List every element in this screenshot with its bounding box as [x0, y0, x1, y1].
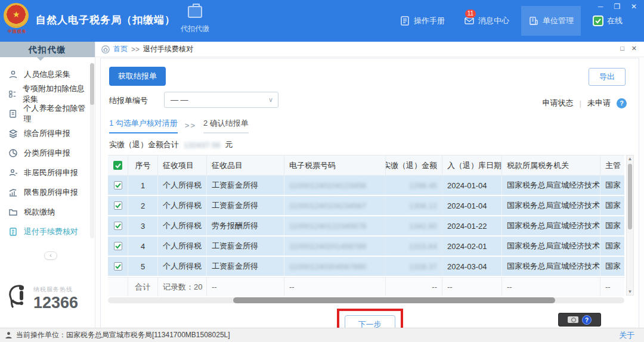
cell-date: 2024-01-04 [442, 196, 502, 215]
sidebar-item-label: 税款缴纳 [24, 207, 55, 217]
table-row[interactable]: 2 个人所得税 工资薪金所得 110001240104234567 1306.1… [108, 196, 624, 216]
inner-maximize-button[interactable]: □ [620, 45, 624, 52]
cell-ticket-masked: 110001240201456789 [284, 237, 386, 256]
window-controls: ─ ❐ ✕ [596, 2, 638, 11]
sidebar-item-comprehensive-income[interactable]: 综合所得申报 [0, 123, 90, 143]
footer-dash: -- [600, 278, 624, 296]
footer-dash: -- [207, 278, 284, 296]
cell-amount-masked: 1328.37 [386, 257, 442, 276]
manual-link[interactable]: 操作手册 [392, 6, 452, 36]
row-checkbox[interactable] [114, 262, 122, 271]
cell-sub: 工资薪金所得 [207, 176, 284, 195]
help-icon[interactable]: ? [617, 98, 627, 108]
cell-main: 国家 [600, 176, 624, 195]
cell-ticket-masked: 110001240104123456 [284, 176, 386, 195]
sidebar-item-nonresident-income[interactable]: 非居民所得申报 [0, 163, 90, 182]
sidebar-item-tax-payment[interactable]: 税款缴纳 [0, 202, 90, 222]
sidebar-item-special-deduction[interactable]: 专项附加扣除信息采集 [0, 84, 90, 104]
restore-button[interactable]: ❐ [613, 2, 621, 11]
cell-sub: 劳务报酬所得 [207, 216, 284, 235]
about-link[interactable]: 关于 [619, 330, 634, 341]
message-count-badge: 11 [465, 10, 476, 18]
app-title: 自然人电子税务局（扣缴端） [36, 13, 175, 27]
org-management-link[interactable]: 单位管理 [521, 6, 581, 36]
export-button[interactable]: 导出 [589, 68, 626, 86]
nav-tab-label: 代扣代缴 [172, 24, 218, 34]
select-all-checkbox[interactable] [113, 161, 122, 170]
header-item: 征收项目 [158, 156, 207, 176]
header-links: 操作手册 11 消息中心 单位管理 在线 [392, 0, 630, 42]
titlebar: ★ 中国税务 自然人电子税务局（扣缴端） 代扣代缴 操作手册 11 消息中心 单… [0, 0, 644, 42]
cell-main: 国家 [600, 237, 624, 256]
close-button[interactable]: ✕ [630, 2, 638, 11]
row-checkbox[interactable] [114, 222, 122, 230]
cell-no: 2 [128, 196, 158, 215]
row-checkbox[interactable] [114, 201, 122, 210]
sidebar: 代扣代缴 人员信息采集 专项附加扣除信息采集 个人养老金扣除管理 综合所得申报 [0, 42, 95, 328]
header-main: 主管 [600, 156, 624, 176]
screenshot-icon[interactable] [568, 316, 578, 323]
sidebar-scrollbar[interactable] [90, 63, 94, 238]
help-question-icon[interactable]: ? [582, 315, 592, 325]
cell-authority: 国家税务总局宣城经济技术... [502, 196, 600, 215]
sidebar-item-label: 个人养老金扣除管理 [23, 103, 90, 125]
chevron-down-icon: ∨ [268, 92, 273, 107]
footer-dash: -- [284, 278, 386, 296]
report-no-select[interactable]: — — ∨ [164, 92, 278, 108]
cell-authority: 国家税务总局宣城经济技术... [502, 216, 600, 235]
table-row[interactable]: 5 个人所得税 工资薪金所得 110001240304567890 1328.3… [108, 257, 624, 277]
table-row[interactable]: 4 个人所得税 工资薪金所得 110001240201456789 1315.6… [108, 237, 624, 257]
hotline-label: 纳税服务热线 [33, 285, 78, 294]
sidebar-item-pension-deduction[interactable]: 个人养老金扣除管理 [0, 104, 90, 123]
layers-icon [8, 129, 18, 138]
sidebar-collapse-button[interactable]: ‹ [44, 251, 57, 260]
sidebar-item-label: 退付手续费核对 [24, 226, 78, 237]
sidebar-item-personnel-info[interactable]: 人员信息采集 [0, 64, 90, 84]
table-row[interactable]: 1 个人所得税 工资薪金所得 110001240104123456 1298.4… [108, 176, 624, 196]
cell-amount-masked: 1342.80 [386, 216, 442, 235]
breadcrumb-separator: >> [131, 45, 140, 54]
fetch-report-button[interactable]: 获取结报单 [109, 67, 166, 86]
cell-item: 个人所得税 [158, 237, 207, 256]
inner-tab-controls: □ ✕ [620, 45, 637, 52]
scroll-up-arrow[interactable]: ▲ [627, 156, 633, 161]
cell-main: 国家 [600, 216, 624, 235]
horizontal-scroll-thumb[interactable] [233, 297, 555, 303]
inner-close-button[interactable]: ✕ [631, 45, 637, 52]
nav-tab-withholding[interactable]: 代扣代缴 [172, 6, 218, 34]
table-horizontal-scrollbar[interactable] [108, 297, 624, 303]
row-checkbox[interactable] [114, 181, 122, 189]
org-management-label: 单位管理 [543, 15, 574, 26]
step-2-tab[interactable]: 2 确认结报单 [203, 118, 249, 133]
cell-authority: 国家税务总局宣城经济技术... [502, 176, 600, 195]
cell-no: 5 [128, 257, 158, 276]
sidebar-item-restricted-shares[interactable]: 限售股所得申报 [0, 182, 90, 202]
brand-caption: 中国税务 [4, 29, 31, 35]
footer-dash: -- [502, 278, 600, 296]
table-footer-row: 合计 记录数：20 -- -- -- -- -- -- [108, 277, 624, 296]
header-no: 序号 [128, 156, 158, 176]
summary-amount-masked: 132437.56 [184, 141, 220, 150]
breadcrumb-home[interactable]: 首页 [113, 44, 128, 54]
cell-no: 1 [128, 176, 158, 195]
scroll-down-arrow[interactable]: ▼ [627, 289, 633, 294]
sidebar-item-classified-income[interactable]: 分类所得申报 [0, 143, 90, 163]
building-icon [528, 15, 539, 26]
row-checkbox[interactable] [114, 242, 122, 250]
message-center-link[interactable]: 11 消息中心 [457, 6, 516, 36]
table-row[interactable]: 3 个人所得税 劳务报酬所得 110001240122345678 1342.8… [108, 216, 624, 237]
header-ticket: 电子税票号码 [284, 156, 386, 176]
table-header-row: 序号 征收项目 征收品目 电子税票号码 实缴（退）金额 入（退）库日期 税款所属… [108, 156, 624, 176]
table-vertical-scrollbar[interactable]: ▲ ▼ [626, 155, 634, 296]
breadcrumb-current: 退付手续费核对 [143, 44, 193, 54]
apply-status-label: 申请状态 [543, 98, 574, 108]
step-1-tab[interactable]: 1 勾选单户核对清册 [109, 118, 178, 133]
vertical-scroll-thumb[interactable] [628, 164, 632, 229]
user-icon [5, 331, 13, 339]
minimize-button[interactable]: ─ [596, 2, 605, 11]
sidebar-item-refund-fee-check[interactable]: 退付手续费核对 [0, 222, 90, 241]
sidebar-item-label: 综合所得申报 [24, 128, 70, 139]
floating-helper-widget[interactable]: ? [558, 313, 601, 327]
pie-chart-icon [8, 148, 18, 158]
refund-table: 序号 征收项目 征收品目 电子税票号码 实缴（退）金额 入（退）库日期 税款所属… [108, 155, 624, 296]
